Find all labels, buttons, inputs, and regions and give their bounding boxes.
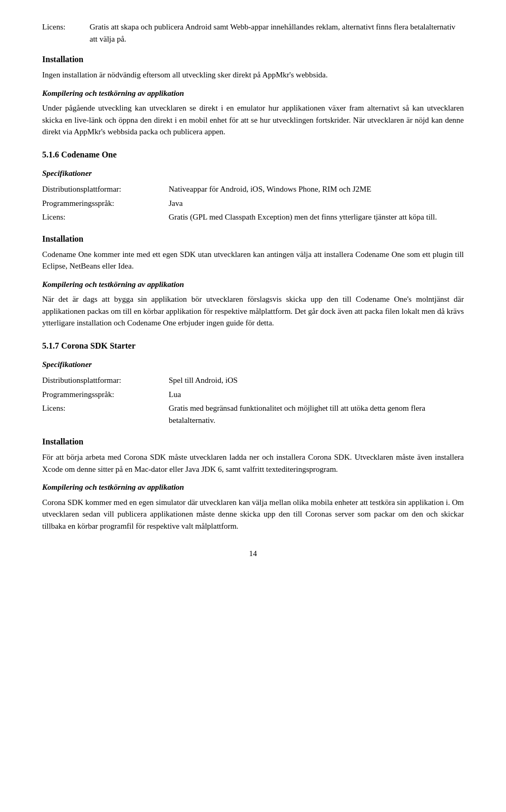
installation-3-heading: Installation xyxy=(42,435,464,448)
intro-licens-section: Licens: Gratis att skapa och publicera A… xyxy=(42,21,464,45)
installation-2-text: Codename One kommer inte med ett egen SD… xyxy=(42,249,464,272)
kompilering-1-text: Under pågående utveckling kan utvecklare… xyxy=(42,102,464,138)
licens-label: Licens: xyxy=(42,21,90,45)
distributionsplattformar-label: Distributionsplattformar: xyxy=(42,182,169,196)
spec-517-row-programmeringssprak: Programmeringsspråk: Lua xyxy=(42,388,464,402)
installation-3-text: För att börja arbeta med Corona SDK måst… xyxy=(42,451,464,475)
section-516: 5.1.6 Codename One Specifikationer Distr… xyxy=(42,148,464,224)
page-number: 14 xyxy=(42,548,464,560)
programmeringssprak-label: Programmeringsspråk: xyxy=(42,196,169,211)
distributionsplattformar-value: Nativeappar för Android, iOS, Windows Ph… xyxy=(169,182,464,196)
kompilering-2-heading: Kompilering och testkörning av applikati… xyxy=(42,279,464,291)
kompilering-1-heading: Kompilering och testkörning av applikati… xyxy=(42,87,464,100)
programmeringssprak-517-label: Programmeringsspråk: xyxy=(42,388,169,402)
licens-517-label: Licens: xyxy=(42,401,169,427)
spec-517-row-distributionsplattformar: Distributionsplattformar: Spel till Andr… xyxy=(42,373,464,388)
section-516-spec-table: Distributionsplattformar: Nativeappar fö… xyxy=(42,182,464,224)
kompilering-3-section: Kompilering och testkörning av applikati… xyxy=(42,481,464,532)
section-517-title: 5.1.7 Corona SDK Starter xyxy=(42,340,464,352)
section-516-spec-heading: Specifikationer xyxy=(42,167,464,180)
licens-text: Gratis att skapa och publicera Android s… xyxy=(90,21,464,45)
distributionsplattformar-517-label: Distributionsplattformar: xyxy=(42,373,169,388)
licens-517-value: Gratis med begränsad funktionalitet och … xyxy=(169,401,464,427)
programmeringssprak-value: Java xyxy=(169,196,464,211)
installation-1-heading: Installation xyxy=(42,53,464,66)
section-517-spec-heading: Specifikationer xyxy=(42,359,464,371)
installation-3-section: Installation För att börja arbeta med Co… xyxy=(42,435,464,475)
section-517-spec-table: Distributionsplattformar: Spel till Andr… xyxy=(42,373,464,427)
kompilering-3-text: Corona SDK kommer med en egen simulator … xyxy=(42,497,464,532)
distributionsplattformar-517-value: Spel till Android, iOS xyxy=(169,373,464,388)
section-517: 5.1.7 Corona SDK Starter Specifikationer… xyxy=(42,340,464,428)
licens-value-516: Gratis (GPL med Classpath Exception) men… xyxy=(169,210,464,224)
spec-517-row-licens: Licens: Gratis med begränsad funktionali… xyxy=(42,401,464,427)
spec-row-programmeringssprak: Programmeringsspråk: Java xyxy=(42,196,464,211)
licens-label-516: Licens: xyxy=(42,210,169,224)
installation-2-section: Installation Codename One kommer inte me… xyxy=(42,233,464,272)
programmeringssprak-517-value: Lua xyxy=(169,388,464,402)
spec-row-licens: Licens: Gratis (GPL med Classpath Except… xyxy=(42,210,464,224)
kompilering-1-section: Kompilering och testkörning av applikati… xyxy=(42,87,464,138)
spec-row-distributionsplattformar: Distributionsplattformar: Nativeappar fö… xyxy=(42,182,464,196)
kompilering-3-heading: Kompilering och testkörning av applikati… xyxy=(42,481,464,493)
section-516-title: 5.1.6 Codename One xyxy=(42,148,464,161)
kompilering-2-section: Kompilering och testkörning av applikati… xyxy=(42,279,464,329)
installation-2-heading: Installation xyxy=(42,233,464,245)
installation-1-text: Ingen installation är nödvändig eftersom… xyxy=(42,69,464,81)
installation-1-section: Installation Ingen installation är nödvä… xyxy=(42,53,464,81)
kompilering-2-text: När det är dags att bygga sin applikatio… xyxy=(42,293,464,329)
